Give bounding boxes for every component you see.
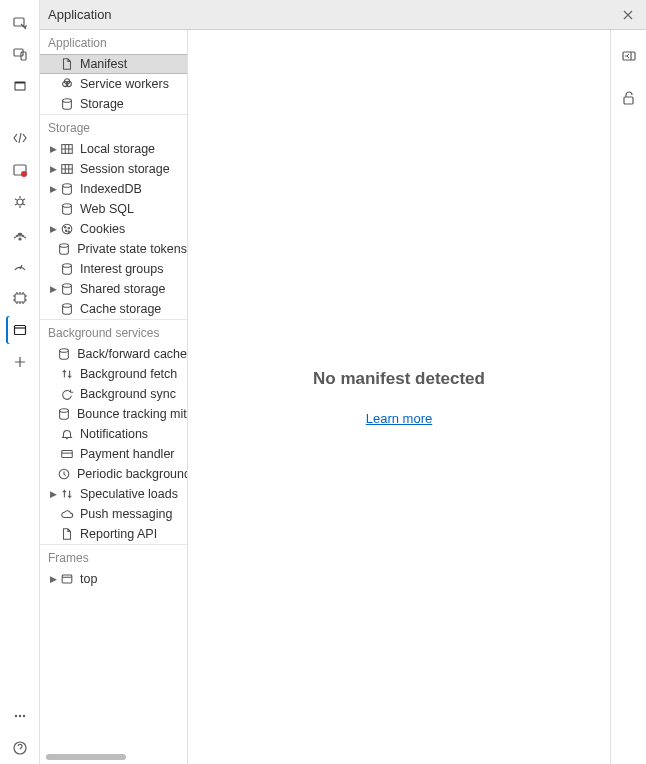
database-icon [60, 182, 74, 196]
help-icon[interactable] [6, 734, 34, 762]
expand-arrow-icon[interactable]: ▶ [48, 164, 58, 174]
tree-item[interactable]: ▶Web SQL [40, 199, 187, 219]
svg-rect-15 [623, 52, 635, 60]
tree-item[interactable]: ▶Speculative loads [40, 484, 187, 504]
application-icon[interactable] [6, 316, 34, 344]
tree-item[interactable]: ▶Interest groups [40, 259, 187, 279]
expand-arrow-icon[interactable]: ▶ [48, 184, 58, 194]
tree-item-label: Cache storage [80, 302, 161, 316]
tree-item[interactable]: ▶Background sync [40, 384, 187, 404]
tree-item[interactable]: ▶Manifest [40, 54, 187, 74]
console-icon[interactable] [6, 156, 34, 184]
bell-icon [60, 427, 74, 441]
performance-icon[interactable] [6, 252, 34, 280]
tree-item-label: Push messaging [80, 507, 172, 521]
tree-item-label: Session storage [80, 162, 170, 176]
tree-item[interactable]: ▶IndexedDB [40, 179, 187, 199]
memory-icon[interactable] [6, 284, 34, 312]
sidebar: Application▶Manifest▶Service workers▶Sto… [40, 30, 188, 764]
tree-item-label: Interest groups [80, 262, 163, 276]
expand-arrow-icon[interactable]: ▶ [48, 284, 58, 294]
tree-item-label: Bounce tracking mitigations [77, 407, 187, 421]
svg-rect-9 [15, 294, 25, 302]
tree-item[interactable]: ▶Payment handler [40, 444, 187, 464]
network-icon[interactable] [6, 220, 34, 248]
tree-item[interactable]: ▶Service workers [40, 74, 187, 94]
svg-rect-10 [14, 326, 25, 335]
inspect-icon[interactable] [6, 8, 34, 36]
more-icon[interactable] [6, 702, 34, 730]
database-icon [57, 242, 71, 256]
panel-title: Application [48, 7, 112, 22]
tree-item-label: Shared storage [80, 282, 165, 296]
database-icon [57, 347, 71, 361]
tree-item-label: Reporting API [80, 527, 157, 541]
tree-item-label: Manifest [80, 57, 127, 71]
tree-item-label: IndexedDB [80, 182, 142, 196]
tree-item[interactable]: ▶Cache storage [40, 299, 187, 319]
tree-item-label: Web SQL [80, 202, 134, 216]
horizontal-scrollbar[interactable] [46, 754, 126, 760]
close-icon[interactable] [618, 5, 638, 25]
dock-icon[interactable] [615, 42, 643, 70]
tree-item[interactable]: ▶Notifications [40, 424, 187, 444]
tree-item-label: Periodic background sync [77, 467, 187, 481]
tree-item[interactable]: ▶Background fetch [40, 364, 187, 384]
section-header-application: Application [40, 30, 187, 54]
grid-icon [60, 142, 74, 156]
window-icon[interactable] [6, 72, 34, 100]
svg-point-12 [18, 715, 20, 717]
unlock-icon[interactable] [615, 84, 643, 112]
titlebar: Application [40, 0, 646, 30]
tree-item[interactable]: ▶Private state tokens [40, 239, 187, 259]
svg-point-6 [21, 171, 27, 177]
device-toggle-icon[interactable] [6, 40, 34, 68]
empty-state-heading: No manifest detected [313, 369, 485, 389]
section-header-background: Background services [40, 319, 187, 344]
tree-item-label: Storage [80, 97, 124, 111]
sync-icon [60, 387, 74, 401]
expand-arrow-icon[interactable]: ▶ [48, 144, 58, 154]
content-pane: No manifest detected Learn more [188, 30, 610, 764]
tree-item[interactable]: ▶Push messaging [40, 504, 187, 524]
tree-item-label: top [80, 572, 97, 586]
database-icon [60, 97, 74, 111]
tree-item[interactable]: ▶top [40, 569, 187, 589]
tree-item[interactable]: ▶Back/forward cache [40, 344, 187, 364]
expand-arrow-icon[interactable]: ▶ [48, 224, 58, 234]
elements-icon[interactable] [6, 124, 34, 152]
section-header-frames: Frames [40, 544, 187, 569]
add-tool-icon[interactable] [6, 348, 34, 376]
tree-item[interactable]: ▶Cookies [40, 219, 187, 239]
tree-item-label: Back/forward cache [77, 347, 187, 361]
expand-arrow-icon[interactable]: ▶ [48, 574, 58, 584]
tree-item[interactable]: ▶Local storage [40, 139, 187, 159]
expand-arrow-icon[interactable]: ▶ [48, 489, 58, 499]
updown-icon [60, 487, 74, 501]
learn-more-link[interactable]: Learn more [366, 411, 432, 426]
section-header-storage: Storage [40, 114, 187, 139]
tree-item[interactable]: ▶Session storage [40, 159, 187, 179]
tree-item-label: Private state tokens [77, 242, 187, 256]
tree-item-label: Local storage [80, 142, 155, 156]
cloud-icon [60, 507, 74, 521]
svg-point-8 [19, 238, 21, 240]
tree-item[interactable]: ▶Shared storage [40, 279, 187, 299]
cookie-icon [60, 222, 74, 236]
tree-item-label: Speculative loads [80, 487, 178, 501]
database-icon [57, 407, 71, 421]
grid-icon [60, 162, 74, 176]
tree-item-label: Payment handler [80, 447, 175, 461]
database-icon [60, 262, 74, 276]
tree-item-label: Background sync [80, 387, 176, 401]
svg-point-11 [14, 715, 16, 717]
svg-rect-16 [624, 97, 633, 104]
tree-item[interactable]: ▶Storage [40, 94, 187, 114]
tree-item-label: Notifications [80, 427, 148, 441]
tree-item[interactable]: ▶Periodic background sync [40, 464, 187, 484]
tree-item[interactable]: ▶Bounce tracking mitigations [40, 404, 187, 424]
tree-item[interactable]: ▶Reporting API [40, 524, 187, 544]
tree-item-label: Background fetch [80, 367, 177, 381]
database-icon [60, 302, 74, 316]
debug-icon[interactable] [6, 188, 34, 216]
